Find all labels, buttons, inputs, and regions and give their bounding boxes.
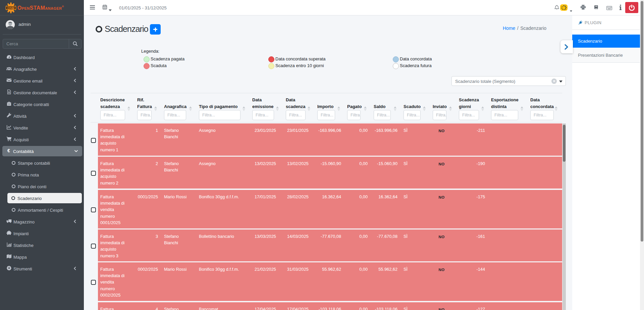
svg-text:€: € <box>7 148 10 153</box>
